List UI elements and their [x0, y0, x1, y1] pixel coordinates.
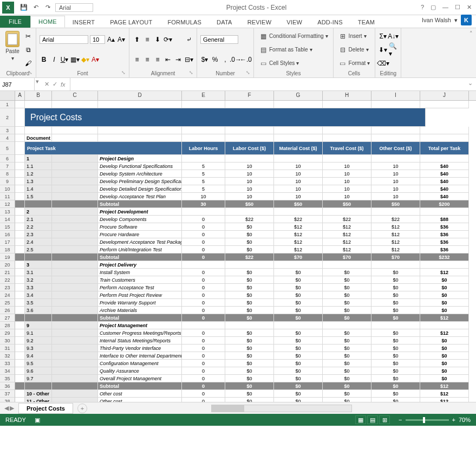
- row-header[interactable]: 9: [0, 178, 15, 185]
- cell[interactable]: [15, 299, 25, 307]
- cell-total[interactable]: $12: [420, 269, 469, 276]
- cell-other-cost[interactable]: $22: [371, 216, 420, 223]
- task-id[interactable]: 1.1: [25, 162, 52, 170]
- cell-travel-cost[interactable]: $0: [323, 390, 371, 398]
- orientation-icon[interactable]: ⟳▾: [164, 35, 172, 44]
- cell[interactable]: [52, 337, 98, 344]
- cell-total[interactable]: $12: [420, 329, 469, 337]
- cell-total[interactable]: $40: [420, 162, 469, 170]
- col-header-task[interactable]: Project Task: [25, 142, 182, 155]
- cell-labor-cost[interactable]: $0: [225, 367, 274, 375]
- cell-labor-hours[interactable]: 0: [182, 314, 225, 322]
- cell-labor-hours[interactable]: 0: [182, 291, 225, 299]
- cell-labor-cost[interactable]: $0: [225, 337, 274, 344]
- cell-total[interactable]: $40: [420, 185, 469, 193]
- cell-labor-cost[interactable]: $50: [225, 200, 274, 208]
- cell-labor-cost[interactable]: 10: [225, 185, 274, 193]
- cell[interactable]: [15, 155, 25, 162]
- task-id[interactable]: 3.2: [25, 276, 52, 284]
- cell[interactable]: [25, 101, 52, 108]
- cell[interactable]: [274, 127, 323, 134]
- number-format-dropdown[interactable]: General: [200, 35, 238, 44]
- cell-total[interactable]: $0: [420, 284, 469, 291]
- section-id[interactable]: 2: [25, 208, 52, 216]
- alignment-launcher-icon[interactable]: ⤡: [189, 70, 193, 75]
- cell[interactable]: [15, 231, 25, 238]
- cell[interactable]: [52, 314, 98, 322]
- cell-travel-cost[interactable]: $0: [323, 329, 371, 337]
- cell-material-cost[interactable]: $0: [274, 375, 323, 382]
- cell[interactable]: [225, 261, 274, 269]
- row-header[interactable]: 37: [0, 390, 15, 398]
- cell-other-cost[interactable]: $0: [371, 344, 420, 352]
- task-name[interactable]: Develop Preliminary Design Specification: [98, 178, 182, 185]
- cell[interactable]: [52, 284, 98, 291]
- row-header[interactable]: 14: [0, 216, 15, 223]
- cell[interactable]: [420, 322, 469, 329]
- cell-other-cost[interactable]: $70: [371, 253, 420, 261]
- cell-labor-cost[interactable]: $0: [225, 246, 274, 253]
- cell-travel-cost[interactable]: $0: [323, 276, 371, 284]
- row-header[interactable]: 10: [0, 185, 15, 193]
- cell[interactable]: [52, 299, 98, 307]
- formula-input[interactable]: [70, 78, 465, 90]
- row-header[interactable]: 20: [0, 261, 15, 269]
- section-id[interactable]: 1: [25, 155, 52, 162]
- cell[interactable]: [15, 162, 25, 170]
- maximize-icon[interactable]: ☐: [455, 4, 460, 11]
- cell-total[interactable]: $40: [420, 178, 469, 185]
- cell[interactable]: [323, 155, 371, 162]
- cell[interactable]: [98, 101, 182, 108]
- cell[interactable]: [323, 127, 371, 134]
- cell-labor-hours[interactable]: 0: [182, 398, 225, 402]
- cell-travel-cost[interactable]: $12: [323, 246, 371, 253]
- cell[interactable]: [15, 208, 25, 216]
- cell-other-cost[interactable]: 10: [371, 185, 420, 193]
- indent-decrease-icon[interactable]: ⇤: [164, 55, 172, 64]
- cell[interactable]: [15, 360, 25, 367]
- cell-labor-hours[interactable]: 0: [182, 360, 225, 367]
- decrease-font-icon[interactable]: A▾: [117, 35, 126, 44]
- cell-travel-cost[interactable]: $0: [323, 284, 371, 291]
- cell[interactable]: [52, 329, 98, 337]
- cell-other-cost[interactable]: $0: [371, 299, 420, 307]
- task-id[interactable]: 9.5: [25, 360, 52, 367]
- border-icon[interactable]: ▦▾: [70, 55, 79, 64]
- cell-other-cost[interactable]: $0: [371, 398, 420, 402]
- align-right-icon[interactable]: ≡: [153, 55, 162, 64]
- cell-material-cost[interactable]: 10: [274, 178, 323, 185]
- cell-total[interactable]: $0: [420, 367, 469, 375]
- other-id[interactable]: 11 - Other: [25, 398, 52, 402]
- page-layout-view-icon[interactable]: ▤: [367, 415, 378, 424]
- task-id[interactable]: 3.1: [25, 269, 52, 276]
- task-name[interactable]: Quality Assurance: [98, 367, 182, 375]
- row-header[interactable]: 38: [0, 398, 15, 402]
- cell-material-cost[interactable]: 10: [274, 170, 323, 178]
- cell-material-cost[interactable]: $0: [274, 344, 323, 352]
- cell[interactable]: [52, 261, 98, 269]
- cell[interactable]: [15, 367, 25, 375]
- col-header-travel[interactable]: Travel Cost ($): [323, 142, 371, 155]
- cell-labor-hours[interactable]: 0: [182, 337, 225, 344]
- cell[interactable]: [274, 261, 323, 269]
- cell-total[interactable]: $40: [420, 170, 469, 178]
- section-id[interactable]: 3: [25, 261, 52, 269]
- task-name[interactable]: Internal Status Meetings/Reports: [98, 337, 182, 344]
- cell-labor-cost[interactable]: $0: [225, 398, 274, 402]
- task-id[interactable]: 2.5: [25, 246, 52, 253]
- cell-labor-hours[interactable]: 5: [182, 185, 225, 193]
- cell-labor-cost[interactable]: $0: [225, 390, 274, 398]
- cell[interactable]: [15, 101, 25, 108]
- task-id[interactable]: 9.7: [25, 375, 52, 382]
- cell[interactable]: [52, 276, 98, 284]
- subtotal-label[interactable]: Subtotal: [98, 314, 182, 322]
- bold-icon[interactable]: B: [40, 55, 48, 64]
- tab-home[interactable]: HOME: [30, 16, 65, 28]
- cell-travel-cost[interactable]: $0: [323, 352, 371, 360]
- cell[interactable]: [15, 142, 25, 155]
- cell-travel-cost[interactable]: $0: [323, 360, 371, 367]
- cell-labor-hours[interactable]: 0: [182, 299, 225, 307]
- subtotal-label[interactable]: Subtotal: [98, 253, 182, 261]
- cell[interactable]: [52, 155, 98, 162]
- cell[interactable]: [52, 390, 98, 398]
